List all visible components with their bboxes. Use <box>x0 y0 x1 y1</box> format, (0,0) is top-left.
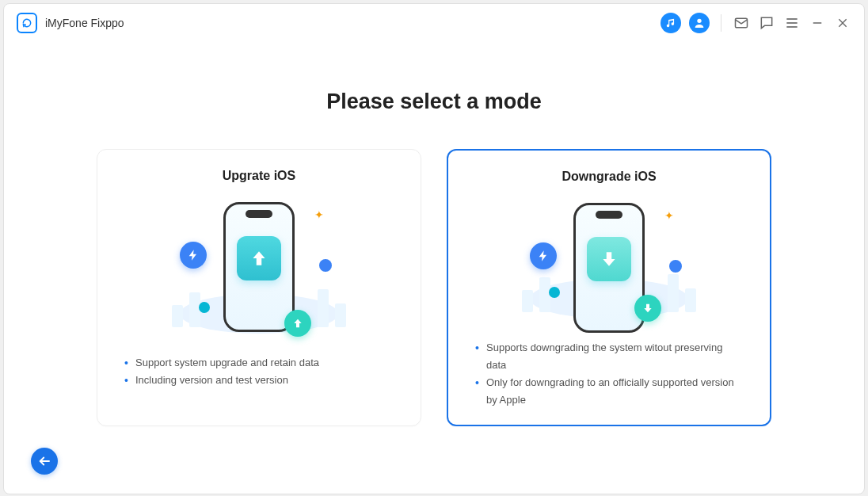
titlebar-actions <box>661 13 851 33</box>
app-title: iMyFone Fixppo <box>45 17 124 29</box>
downgrade-bullets: Supports downgrading the system witout p… <box>470 339 748 409</box>
downgrade-title: Downgrade iOS <box>562 170 656 184</box>
account-icon[interactable] <box>689 13 710 33</box>
upgrade-bullets: Support system upgrade and retain data I… <box>120 354 398 389</box>
upgrade-bullet-2: Including version and test version <box>123 372 395 389</box>
app-logo-icon <box>17 13 37 33</box>
feedback-icon[interactable] <box>758 14 775 32</box>
menu-icon[interactable] <box>783 14 801 32</box>
back-button[interactable] <box>31 448 58 475</box>
upgrade-card[interactable]: Upgrate iOS ✦ <box>97 149 421 426</box>
app-window: iMyFone Fixppo <box>3 3 865 494</box>
content-area: Please select a mode Upgrate iOS ✦ <box>4 42 864 494</box>
upgrade-bullet-1: Support system upgrade and retain data <box>123 354 395 372</box>
titlebar: iMyFone Fixppo <box>4 4 864 42</box>
arrow-left-icon <box>37 454 51 468</box>
upgrade-illustration-icon: ✦ <box>172 197 346 340</box>
close-icon[interactable] <box>834 14 851 32</box>
mode-cards: Upgrate iOS ✦ <box>97 149 771 426</box>
upgrade-title: Upgrate iOS <box>223 169 295 183</box>
downgrade-bullet-2: Only for downgrading to an officially su… <box>474 374 744 409</box>
mail-icon[interactable] <box>733 14 750 32</box>
downgrade-illustration-icon: ✦ <box>522 198 696 325</box>
page-title: Please select a mode <box>326 90 542 114</box>
music-icon[interactable] <box>661 13 681 33</box>
separator <box>721 14 721 32</box>
downgrade-card[interactable]: Downgrade iOS ✦ <box>447 149 771 426</box>
minimize-icon[interactable] <box>809 14 826 32</box>
svg-point-0 <box>697 19 701 23</box>
downgrade-bullet-1: Supports downgrading the system witout p… <box>474 339 744 374</box>
